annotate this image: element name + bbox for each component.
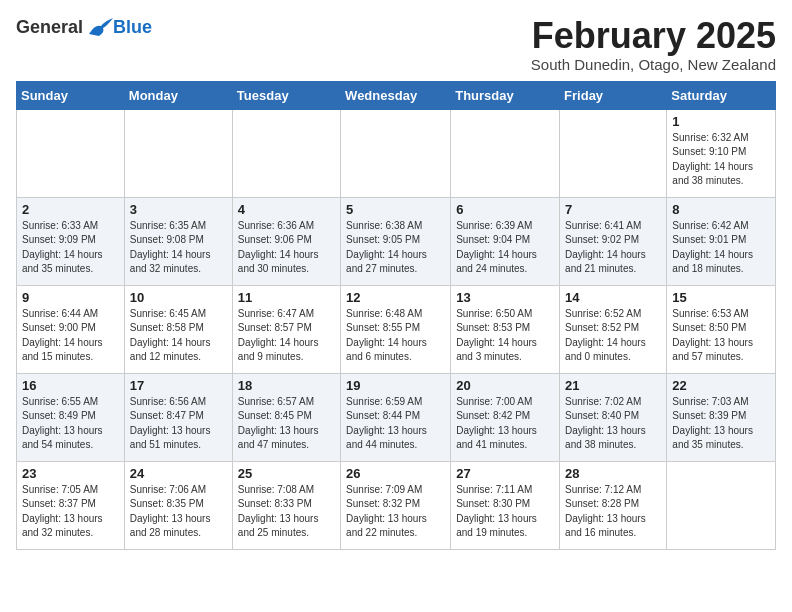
calendar-day-cell: 23Sunrise: 7:05 AM Sunset: 8:37 PM Dayli… xyxy=(17,461,125,549)
day-info: Sunrise: 7:00 AM Sunset: 8:42 PM Dayligh… xyxy=(456,395,554,453)
calendar-subtitle: South Dunedin, Otago, New Zealand xyxy=(531,56,776,73)
calendar-day-cell: 3Sunrise: 6:35 AM Sunset: 9:08 PM Daylig… xyxy=(124,197,232,285)
calendar-day-cell: 16Sunrise: 6:55 AM Sunset: 8:49 PM Dayli… xyxy=(17,373,125,461)
day-number: 21 xyxy=(565,378,661,393)
day-number: 18 xyxy=(238,378,335,393)
day-number: 14 xyxy=(565,290,661,305)
calendar-week-row: 2Sunrise: 6:33 AM Sunset: 9:09 PM Daylig… xyxy=(17,197,776,285)
calendar-day-cell: 6Sunrise: 6:39 AM Sunset: 9:04 PM Daylig… xyxy=(451,197,560,285)
day-info: Sunrise: 7:03 AM Sunset: 8:39 PM Dayligh… xyxy=(672,395,770,453)
day-info: Sunrise: 6:50 AM Sunset: 8:53 PM Dayligh… xyxy=(456,307,554,365)
calendar-week-row: 23Sunrise: 7:05 AM Sunset: 8:37 PM Dayli… xyxy=(17,461,776,549)
day-number: 2 xyxy=(22,202,119,217)
calendar-day-cell: 28Sunrise: 7:12 AM Sunset: 8:28 PM Dayli… xyxy=(560,461,667,549)
day-info: Sunrise: 6:39 AM Sunset: 9:04 PM Dayligh… xyxy=(456,219,554,277)
day-info: Sunrise: 6:47 AM Sunset: 8:57 PM Dayligh… xyxy=(238,307,335,365)
day-number: 6 xyxy=(456,202,554,217)
day-number: 22 xyxy=(672,378,770,393)
calendar-day-cell xyxy=(560,109,667,197)
day-number: 11 xyxy=(238,290,335,305)
day-number: 1 xyxy=(672,114,770,129)
calendar-week-row: 1Sunrise: 6:32 AM Sunset: 9:10 PM Daylig… xyxy=(17,109,776,197)
calendar-day-cell: 12Sunrise: 6:48 AM Sunset: 8:55 PM Dayli… xyxy=(341,285,451,373)
day-info: Sunrise: 6:41 AM Sunset: 9:02 PM Dayligh… xyxy=(565,219,661,277)
logo-bird-icon xyxy=(85,16,113,38)
calendar-day-cell: 4Sunrise: 6:36 AM Sunset: 9:06 PM Daylig… xyxy=(232,197,340,285)
calendar-day-cell: 26Sunrise: 7:09 AM Sunset: 8:32 PM Dayli… xyxy=(341,461,451,549)
day-info: Sunrise: 6:35 AM Sunset: 9:08 PM Dayligh… xyxy=(130,219,227,277)
day-number: 13 xyxy=(456,290,554,305)
day-number: 28 xyxy=(565,466,661,481)
calendar-body: 1Sunrise: 6:32 AM Sunset: 9:10 PM Daylig… xyxy=(17,109,776,549)
calendar-header-cell: Monday xyxy=(124,81,232,109)
day-number: 15 xyxy=(672,290,770,305)
day-info: Sunrise: 6:33 AM Sunset: 9:09 PM Dayligh… xyxy=(22,219,119,277)
calendar-header-cell: Thursday xyxy=(451,81,560,109)
day-info: Sunrise: 7:06 AM Sunset: 8:35 PM Dayligh… xyxy=(130,483,227,541)
logo-blue-text: Blue xyxy=(113,17,152,38)
calendar-day-cell: 2Sunrise: 6:33 AM Sunset: 9:09 PM Daylig… xyxy=(17,197,125,285)
day-number: 9 xyxy=(22,290,119,305)
day-info: Sunrise: 7:05 AM Sunset: 8:37 PM Dayligh… xyxy=(22,483,119,541)
day-info: Sunrise: 6:52 AM Sunset: 8:52 PM Dayligh… xyxy=(565,307,661,365)
logo-general-text: General xyxy=(16,17,83,38)
calendar-day-cell: 10Sunrise: 6:45 AM Sunset: 8:58 PM Dayli… xyxy=(124,285,232,373)
day-number: 7 xyxy=(565,202,661,217)
calendar-header-row: SundayMondayTuesdayWednesdayThursdayFrid… xyxy=(17,81,776,109)
day-number: 10 xyxy=(130,290,227,305)
calendar-day-cell: 25Sunrise: 7:08 AM Sunset: 8:33 PM Dayli… xyxy=(232,461,340,549)
day-info: Sunrise: 6:55 AM Sunset: 8:49 PM Dayligh… xyxy=(22,395,119,453)
title-block: February 2025 South Dunedin, Otago, New … xyxy=(531,16,776,73)
day-number: 24 xyxy=(130,466,227,481)
calendar-header-cell: Tuesday xyxy=(232,81,340,109)
calendar-day-cell: 8Sunrise: 6:42 AM Sunset: 9:01 PM Daylig… xyxy=(667,197,776,285)
day-number: 27 xyxy=(456,466,554,481)
day-info: Sunrise: 6:57 AM Sunset: 8:45 PM Dayligh… xyxy=(238,395,335,453)
calendar-header-cell: Sunday xyxy=(17,81,125,109)
calendar-day-cell: 5Sunrise: 6:38 AM Sunset: 9:05 PM Daylig… xyxy=(341,197,451,285)
day-info: Sunrise: 7:09 AM Sunset: 8:32 PM Dayligh… xyxy=(346,483,445,541)
day-info: Sunrise: 6:59 AM Sunset: 8:44 PM Dayligh… xyxy=(346,395,445,453)
calendar-day-cell xyxy=(451,109,560,197)
calendar-day-cell: 7Sunrise: 6:41 AM Sunset: 9:02 PM Daylig… xyxy=(560,197,667,285)
day-info: Sunrise: 7:08 AM Sunset: 8:33 PM Dayligh… xyxy=(238,483,335,541)
calendar-week-row: 16Sunrise: 6:55 AM Sunset: 8:49 PM Dayli… xyxy=(17,373,776,461)
day-info: Sunrise: 6:32 AM Sunset: 9:10 PM Dayligh… xyxy=(672,131,770,189)
calendar-week-row: 9Sunrise: 6:44 AM Sunset: 9:00 PM Daylig… xyxy=(17,285,776,373)
calendar-day-cell: 15Sunrise: 6:53 AM Sunset: 8:50 PM Dayli… xyxy=(667,285,776,373)
calendar-day-cell: 21Sunrise: 7:02 AM Sunset: 8:40 PM Dayli… xyxy=(560,373,667,461)
calendar-header-cell: Wednesday xyxy=(341,81,451,109)
day-number: 12 xyxy=(346,290,445,305)
calendar-day-cell: 22Sunrise: 7:03 AM Sunset: 8:39 PM Dayli… xyxy=(667,373,776,461)
day-info: Sunrise: 6:53 AM Sunset: 8:50 PM Dayligh… xyxy=(672,307,770,365)
day-number: 19 xyxy=(346,378,445,393)
day-info: Sunrise: 6:36 AM Sunset: 9:06 PM Dayligh… xyxy=(238,219,335,277)
calendar-day-cell: 14Sunrise: 6:52 AM Sunset: 8:52 PM Dayli… xyxy=(560,285,667,373)
calendar-day-cell: 18Sunrise: 6:57 AM Sunset: 8:45 PM Dayli… xyxy=(232,373,340,461)
day-number: 23 xyxy=(22,466,119,481)
day-info: Sunrise: 6:48 AM Sunset: 8:55 PM Dayligh… xyxy=(346,307,445,365)
calendar-header-cell: Friday xyxy=(560,81,667,109)
calendar-day-cell: 11Sunrise: 6:47 AM Sunset: 8:57 PM Dayli… xyxy=(232,285,340,373)
calendar-header-cell: Saturday xyxy=(667,81,776,109)
calendar-day-cell xyxy=(17,109,125,197)
day-number: 20 xyxy=(456,378,554,393)
calendar-day-cell xyxy=(232,109,340,197)
calendar-day-cell xyxy=(667,461,776,549)
day-info: Sunrise: 6:38 AM Sunset: 9:05 PM Dayligh… xyxy=(346,219,445,277)
day-number: 3 xyxy=(130,202,227,217)
day-info: Sunrise: 7:12 AM Sunset: 8:28 PM Dayligh… xyxy=(565,483,661,541)
page-header: General Blue February 2025 South Dunedin… xyxy=(16,16,776,73)
day-number: 16 xyxy=(22,378,119,393)
day-info: Sunrise: 6:42 AM Sunset: 9:01 PM Dayligh… xyxy=(672,219,770,277)
calendar-day-cell: 1Sunrise: 6:32 AM Sunset: 9:10 PM Daylig… xyxy=(667,109,776,197)
day-number: 17 xyxy=(130,378,227,393)
day-number: 4 xyxy=(238,202,335,217)
calendar-day-cell: 13Sunrise: 6:50 AM Sunset: 8:53 PM Dayli… xyxy=(451,285,560,373)
calendar-day-cell: 24Sunrise: 7:06 AM Sunset: 8:35 PM Dayli… xyxy=(124,461,232,549)
day-info: Sunrise: 6:56 AM Sunset: 8:47 PM Dayligh… xyxy=(130,395,227,453)
day-number: 8 xyxy=(672,202,770,217)
calendar-table: SundayMondayTuesdayWednesdayThursdayFrid… xyxy=(16,81,776,550)
day-info: Sunrise: 7:11 AM Sunset: 8:30 PM Dayligh… xyxy=(456,483,554,541)
day-number: 25 xyxy=(238,466,335,481)
